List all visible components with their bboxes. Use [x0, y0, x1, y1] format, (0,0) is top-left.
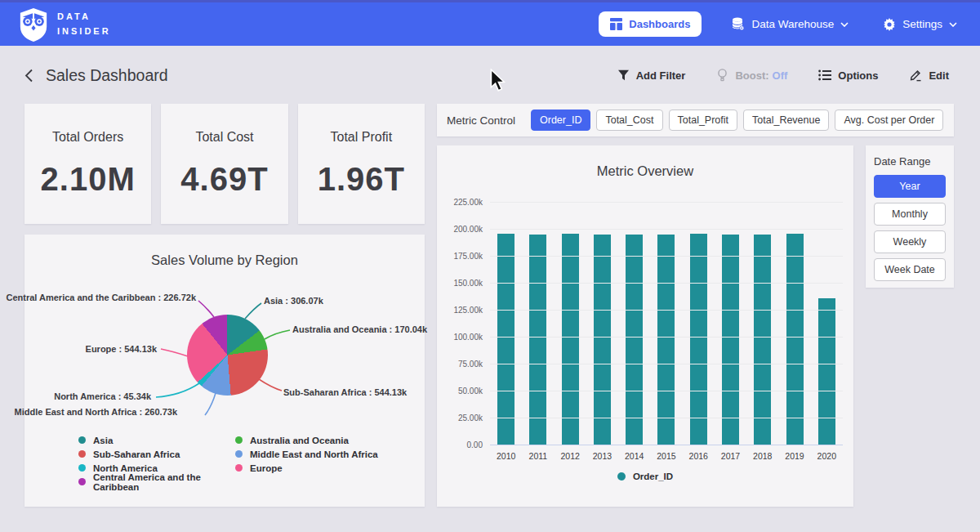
kpi-label: Total Cost: [161, 130, 287, 145]
bar-2020[interactable]: [818, 298, 835, 445]
bar-slot-2015: [650, 235, 682, 445]
legend-item-order-id[interactable]: Order_ID: [617, 472, 673, 481]
xlabel-2017: 2017: [715, 451, 746, 461]
metric-option-4[interactable]: Avg. Cost per Order: [835, 110, 943, 131]
edit-button[interactable]: Edit: [904, 68, 954, 83]
options-list-icon: [818, 69, 831, 81]
metric-option-0[interactable]: Order_ID: [531, 110, 590, 131]
bar-slot-2020: [811, 298, 843, 445]
date-range-card: Date Range YearMonthlyWeeklyWeek Date: [866, 145, 954, 288]
pie-legend-dot: [235, 436, 243, 444]
gridline-225.00k: [490, 202, 843, 203]
pie-legend-label: Middle East and North Africa: [250, 449, 378, 459]
bar-2011[interactable]: [529, 235, 546, 445]
bar-2017[interactable]: [722, 235, 739, 445]
pie-legend-label: Sub-Saharan Africa: [93, 449, 180, 459]
database-icon: [731, 17, 745, 31]
ytick-50.00k: 50.00k: [437, 387, 483, 396]
pie-legend-label: Central America and the Caribbean: [93, 472, 235, 492]
metric-overview-chart-card: Metric Overview 0.0025.00k50.00k75.00k10…: [437, 145, 853, 507]
bar-2010[interactable]: [497, 234, 514, 445]
ytick-150.00k: 150.00k: [437, 279, 483, 288]
ytick-200.00k: 200.00k: [437, 225, 483, 234]
chevron-down-icon: [949, 22, 957, 27]
kpi-label: Total Profit: [298, 130, 425, 145]
brand-logo: DATA INSIDER: [18, 7, 111, 42]
ytick-100.00k: 100.00k: [437, 333, 483, 342]
nav-data-warehouse-button[interactable]: Data Warehouse: [726, 16, 853, 32]
boost-label: Boost:: [735, 69, 768, 82]
page-title: Sales Dashboard: [46, 66, 168, 85]
pie-chart[interactable]: [187, 315, 268, 396]
date-range-option-0[interactable]: Year: [874, 175, 946, 198]
xlabel-2015: 2015: [650, 451, 682, 461]
kpi-card-2: Total Profit1.96T: [298, 104, 425, 224]
options-button[interactable]: Options: [813, 69, 883, 83]
date-range-label: Date Range: [874, 155, 946, 168]
bar-2016[interactable]: [690, 234, 707, 446]
nav-settings-button[interactable]: Settings: [878, 17, 962, 32]
date-range-option-3[interactable]: Week Date: [874, 258, 946, 281]
sales-volume-card: Sales Volume by Region Asia : 306.07k Au…: [24, 235, 425, 507]
bar-slot-2019: [778, 234, 810, 445]
bar-2013[interactable]: [594, 235, 611, 445]
bar-slot-2017: [715, 235, 746, 445]
bar-chart-legend: Order_ID: [437, 472, 853, 481]
pie-legend-dot: [78, 464, 86, 472]
pie-legend-dot: [78, 450, 86, 458]
xlabel-2020: 2020: [811, 451, 843, 461]
bar-2014[interactable]: [626, 235, 643, 445]
bar-plot: [490, 203, 843, 445]
ytick-0.00: 0.00: [437, 440, 483, 449]
gear-icon: [883, 18, 896, 31]
brand-text: DATA INSIDER: [57, 10, 111, 38]
kpi-row: Total Orders2.10MTotal Cost4.69TTotal Pr…: [24, 104, 425, 224]
bar-2019[interactable]: [786, 234, 804, 445]
pie-legend-dot: [78, 478, 86, 485]
app-window: DATA INSIDER Dashboards: [0, 0, 980, 532]
pie-legend-item-europe[interactable]: Europe: [235, 461, 378, 475]
pie-legend-item-australia-and-oceania[interactable]: Australia and Oceania: [235, 433, 378, 447]
gridline-0.00: [490, 445, 843, 445]
nav-dashboards-button[interactable]: Dashboards: [599, 11, 702, 37]
pie-legend-dot: [235, 464, 243, 472]
bar-series: [490, 203, 843, 445]
date-range-option-2[interactable]: Weekly: [874, 230, 946, 253]
bar-2018[interactable]: [754, 235, 771, 445]
add-filter-button[interactable]: Add Filter: [612, 69, 691, 83]
metric-option-1[interactable]: Total_Cost: [596, 110, 662, 131]
metric-control-label: Metric Control: [447, 114, 515, 127]
add-filter-label: Add Filter: [636, 69, 686, 82]
boost-toggle[interactable]: Boost: Off: [711, 68, 792, 83]
pie-legend-item-central-america-and-the-caribbean[interactable]: Central America and the Caribbean: [78, 475, 235, 489]
bar-slot-2011: [522, 235, 554, 445]
xlabel-2011: 2011: [522, 451, 554, 461]
metric-control-bar: Metric Control Order_IDTotal_CostTotal_P…: [437, 104, 954, 136]
bar-2015[interactable]: [657, 235, 675, 445]
kpi-card-1: Total Cost4.69T: [161, 104, 287, 224]
pie-callout-europe: Europe : 544.13k: [86, 344, 157, 354]
bar-slot-2012: [555, 234, 586, 445]
pie-callout-asia: Asia : 306.07k: [264, 296, 323, 306]
chevron-left-icon: [24, 69, 33, 83]
pie-legend-item-middle-east-and-north-africa[interactable]: Middle East and North Africa: [235, 447, 378, 461]
gridline-25.00k: [490, 418, 843, 418]
pie-legend-label: Asia: [93, 436, 113, 445]
owl-logo-icon: [18, 7, 49, 42]
kpi-value: 1.96T: [298, 161, 425, 198]
boost-value: Off: [773, 69, 788, 82]
back-button[interactable]: [24, 69, 33, 83]
kpi-label: Total Orders: [24, 130, 151, 145]
bar-slot-2016: [683, 234, 715, 446]
legend-dot: [617, 472, 626, 481]
metric-option-2[interactable]: Total_Profit: [669, 110, 738, 131]
pie-callout-australia-oceania: Australia and Oceania : 170.04k: [292, 324, 427, 334]
pie-legend-item-sub-saharan-africa[interactable]: Sub-Saharan Africa: [78, 447, 235, 461]
date-range-option-1[interactable]: Monthly: [874, 203, 946, 226]
bar-2012[interactable]: [562, 234, 579, 445]
metric-option-3[interactable]: Total_Revenue: [743, 110, 829, 131]
nav-data-warehouse-label: Data Warehouse: [751, 18, 834, 30]
pie-legend-item-asia[interactable]: Asia: [78, 433, 235, 447]
pie-callout-north-america: North America : 45.34k: [54, 391, 151, 401]
edit-label: Edit: [929, 69, 949, 82]
